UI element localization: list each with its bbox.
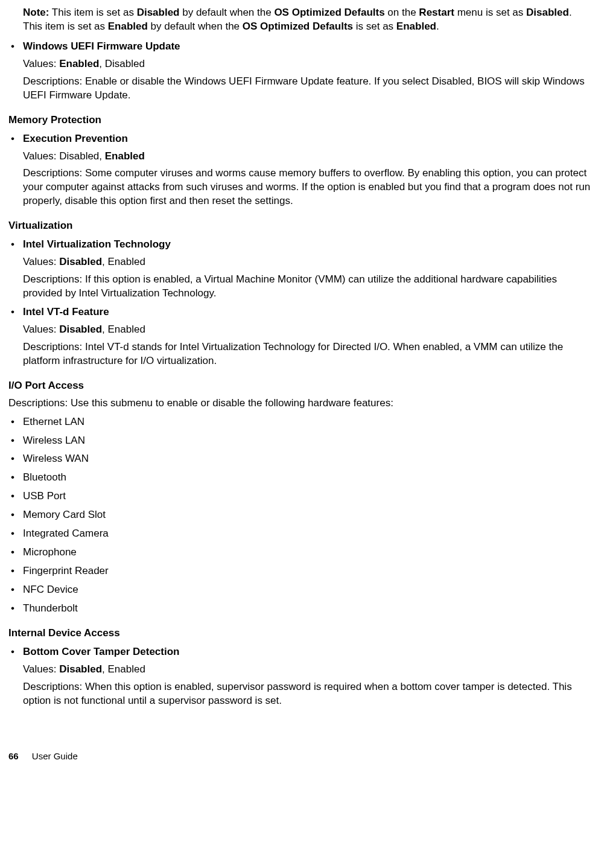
- page-content: Note: This item is set as Disabled by de…: [5, 6, 596, 708]
- feature-item: Wireless WAN: [8, 452, 593, 466]
- top-item-title: Windows UEFI Firmware Update: [23, 40, 593, 54]
- io-port-access-desc: Descriptions: Use this submenu to enable…: [8, 397, 593, 410]
- note-text-12: is set as: [353, 21, 396, 32]
- virtualization-list: Intel Virtualization Technology Values: …: [8, 238, 593, 368]
- note-block: Note: This item is set as Disabled by de…: [8, 6, 593, 34]
- intel-vtd-values: Values: Disabled, Enabled: [23, 323, 593, 337]
- internal-device-access-list: Bottom Cover Tamper Detection Values: Di…: [8, 645, 593, 708]
- feature-item: Microphone: [8, 546, 593, 560]
- values-prefix: Values:: [23, 663, 59, 675]
- page-number: 66: [8, 751, 19, 761]
- top-item-desc: Descriptions: Enable or disable the Wind…: [23, 75, 593, 103]
- intel-vtd-item: Intel VT-d Feature Values: Disabled, Ena…: [8, 305, 593, 368]
- values-rest: , Disabled: [99, 58, 145, 69]
- memory-protection-list: Execution Prevention Values: Disabled, E…: [8, 132, 593, 209]
- note-text-10: by default when the: [148, 21, 243, 32]
- note-text-2: by default when the: [180, 7, 275, 18]
- feature-item: Fingerprint Reader: [8, 564, 593, 578]
- bottom-cover-desc: Descriptions: When this option is enable…: [23, 680, 593, 708]
- io-port-access-heading: I/O Port Access: [8, 379, 593, 393]
- exec-prev-desc: Descriptions: Some computer viruses and …: [23, 167, 593, 208]
- note-text-11: OS Optimized Defaults: [243, 21, 353, 32]
- feature-item: Integrated Camera: [8, 527, 593, 541]
- feature-item: Ethernet LAN: [8, 415, 593, 429]
- intel-vt-values: Values: Disabled, Enabled: [23, 255, 593, 269]
- values-bold: Enabled: [105, 150, 145, 162]
- note-label: Note:: [23, 7, 49, 18]
- intel-vt-item: Intel Virtualization Technology Values: …: [8, 238, 593, 301]
- top-item-list: Windows UEFI Firmware Update Values: Ena…: [8, 40, 593, 103]
- values-prefix: Values:: [23, 58, 59, 69]
- footer-label: User Guide: [32, 751, 78, 761]
- note-text-13: Enabled: [396, 21, 436, 32]
- values-bold: Disabled: [59, 324, 102, 335]
- execution-prevention-item: Execution Prevention Values: Disabled, E…: [8, 132, 593, 209]
- feature-item: Thunderbolt: [8, 602, 593, 616]
- feature-item: USB Port: [8, 490, 593, 503]
- note-text-14: .: [436, 21, 439, 32]
- bottom-cover-tamper-item: Bottom Cover Tamper Detection Values: Di…: [8, 645, 593, 708]
- intel-vtd-desc: Descriptions: Intel VT-d stands for Inte…: [23, 340, 593, 368]
- bottom-cover-values: Values: Disabled, Enabled: [23, 663, 593, 677]
- exec-prev-title: Execution Prevention: [23, 132, 593, 146]
- note-text-9: Enabled: [108, 21, 148, 32]
- internal-device-access-heading: Internal Device Access: [8, 627, 593, 640]
- note-text-4: on the: [385, 7, 419, 18]
- note-text-3: OS Optimized Defaults: [274, 7, 384, 18]
- exec-prev-values: Values: Disabled, Enabled: [23, 150, 593, 164]
- values-bold: Disabled: [59, 256, 102, 267]
- values-prefix: Values:: [23, 324, 59, 335]
- values-rest: , Enabled: [102, 324, 145, 335]
- feature-item: Wireless LAN: [8, 434, 593, 448]
- intel-vt-title: Intel Virtualization Technology: [23, 238, 593, 252]
- intel-vt-desc: Descriptions: If this option is enabled,…: [23, 273, 593, 301]
- values-prefix: Values: Disabled,: [23, 150, 105, 162]
- note-text-0: This item is set as: [49, 7, 136, 18]
- values-rest: , Enabled: [102, 663, 145, 675]
- page-footer: 66 User Guide: [5, 750, 596, 762]
- feature-item: Memory Card Slot: [8, 508, 593, 522]
- note-text-6: menu is set as: [454, 7, 526, 18]
- memory-protection-heading: Memory Protection: [8, 113, 593, 127]
- note-text-1: Disabled: [137, 7, 180, 18]
- values-bold: Disabled: [59, 663, 102, 675]
- bottom-cover-title: Bottom Cover Tamper Detection: [23, 645, 593, 659]
- values-rest: , Enabled: [102, 256, 145, 267]
- intel-vtd-title: Intel VT-d Feature: [23, 305, 593, 319]
- note-text-5: Restart: [419, 7, 454, 18]
- io-port-features-list: Ethernet LAN Wireless LAN Wireless WAN B…: [8, 415, 593, 616]
- feature-item: NFC Device: [8, 583, 593, 597]
- values-bold: Enabled: [59, 58, 99, 69]
- values-prefix: Values:: [23, 256, 59, 267]
- virtualization-heading: Virtualization: [8, 219, 593, 233]
- top-item-values: Values: Enabled, Disabled: [23, 57, 593, 71]
- note-text-7: Disabled: [526, 7, 569, 18]
- top-item: Windows UEFI Firmware Update Values: Ena…: [8, 40, 593, 103]
- feature-item: Bluetooth: [8, 471, 593, 485]
